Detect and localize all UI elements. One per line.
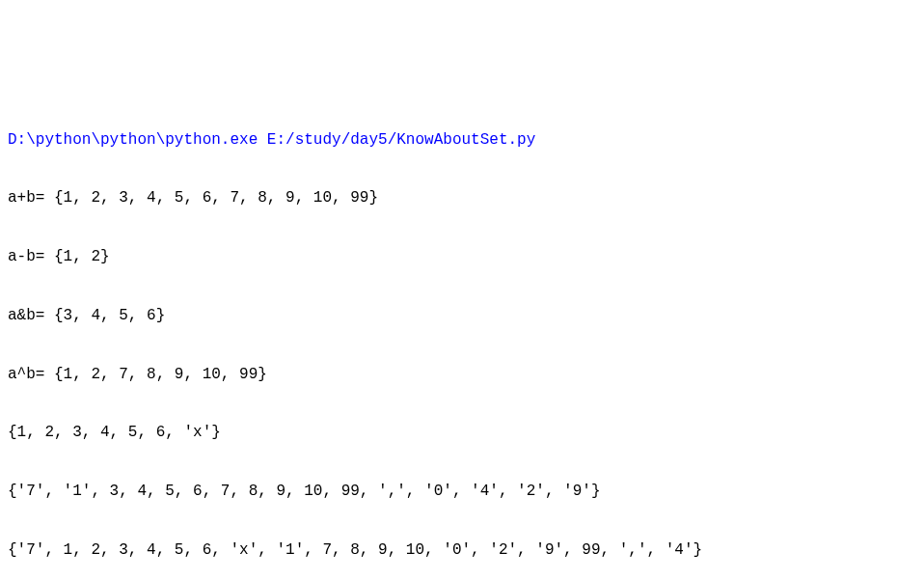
output-line-6: {'7', 1, 2, 3, 4, 5, 6, 'x', '1', 7, 8, … xyxy=(8,536,916,565)
command-line: D:\python\python\python.exe E:/study/day… xyxy=(8,125,916,154)
output-line-0: a+b= {1, 2, 3, 4, 5, 6, 7, 8, 9, 10, 99} xyxy=(8,183,916,212)
output-line-1: a-b= {1, 2} xyxy=(8,242,916,271)
output-line-3: a^b= {1, 2, 7, 8, 9, 10, 99} xyxy=(8,360,916,389)
output-line-4: {1, 2, 3, 4, 5, 6, 'x'} xyxy=(8,418,916,447)
output-line-2: a&b= {3, 4, 5, 6} xyxy=(8,301,916,330)
output-line-5: {'7', '1', 3, 4, 5, 6, 7, 8, 9, 10, 99, … xyxy=(8,477,916,506)
